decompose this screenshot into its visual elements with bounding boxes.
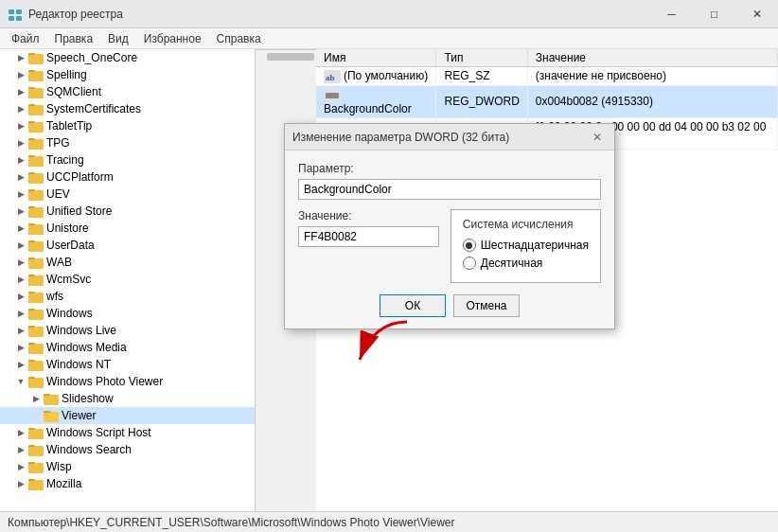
- tree-expand-icon: ▶: [15, 342, 27, 353]
- cancel-button[interactable]: Отмена: [453, 294, 520, 317]
- menu-item-вид[interactable]: Вид: [100, 28, 136, 48]
- tree-expand-icon: ▶: [15, 171, 27, 183]
- tree-expand-icon: ▼: [15, 376, 27, 387]
- tree-label: UEV: [46, 187, 70, 201]
- svg-text:ab: ab: [326, 73, 335, 82]
- tree-label: UserData: [46, 239, 95, 252]
- svg-rect-63: [28, 379, 44, 387]
- tree-item[interactable]: Viewer: [0, 407, 255, 424]
- menu-bar: ФайлПравкаВидИзбранноеСправка: [0, 28, 778, 49]
- ok-button[interactable]: ОК: [380, 294, 446, 317]
- tree-item[interactable]: ▶ Unified Store: [0, 203, 255, 220]
- dialog-close-button[interactable]: ✕: [588, 128, 607, 147]
- tree-expand-icon: ▶: [15, 137, 27, 149]
- tree-item[interactable]: ▶ Windows Search: [0, 441, 255, 458]
- decimal-radio[interactable]: Десятичная: [463, 257, 589, 270]
- tree-item[interactable]: ▶ Windows Script Host: [0, 424, 255, 441]
- folder-icon: [28, 51, 44, 64]
- table-row[interactable]: ab(По умолчанию) REG_SZ (значение не при…: [316, 67, 778, 86]
- svg-rect-48: [28, 293, 44, 302]
- svg-rect-21: [28, 140, 44, 149]
- svg-rect-81: [28, 481, 44, 489]
- tree-item[interactable]: ▶ TabletTip: [0, 117, 255, 134]
- tree-label: UCCPlatform: [46, 170, 114, 184]
- status-path: Компьютер\HKEY_CURRENT_USER\Software\Mic…: [8, 516, 454, 529]
- tree-item[interactable]: ▶ UCCPlatform: [0, 168, 255, 186]
- tree-item[interactable]: ▶ Windows Live: [0, 322, 255, 339]
- tree-item[interactable]: ▶ Tracing: [0, 151, 255, 168]
- tree-item[interactable]: ▶ Mozilla: [0, 475, 255, 492]
- maximize-button[interactable]: □: [693, 0, 735, 28]
- svg-rect-2: [9, 16, 14, 21]
- h-scrollbar-thumb[interactable]: [267, 53, 314, 61]
- row-value: 0x004b0082 (4915330): [527, 85, 777, 117]
- edit-dword-dialog: Изменение параметра DWORD (32 бита) ✕ Па…: [284, 123, 615, 329]
- dialog-buttons: ОК Отмена: [298, 294, 601, 317]
- folder-icon: [28, 187, 44, 201]
- menu-item-файл[interactable]: Файл: [4, 28, 47, 48]
- tree-expand-icon: ▶: [15, 274, 27, 285]
- tree-item[interactable]: ▶ UserData: [0, 237, 255, 254]
- decimal-radio-dot: [463, 257, 476, 270]
- row-name: BackgroundColor: [316, 85, 436, 117]
- folder-icon: [28, 290, 44, 303]
- dialog-title: Изменение параметра DWORD (32 бита): [292, 131, 509, 144]
- hex-radio-label: Шестнадцатеричная: [481, 239, 589, 252]
- row-value: (значение не присвоено): [527, 67, 777, 86]
- tree-label: Windows Media: [46, 341, 127, 354]
- tree-item[interactable]: ▶ Speech_OneCore: [0, 49, 255, 66]
- tree-item[interactable]: ▶ Windows NT: [0, 356, 255, 373]
- tree-item[interactable]: ▶ Windows Media: [0, 339, 255, 356]
- tree-item[interactable]: ▶ Unistore: [0, 220, 255, 237]
- folder-icon: [28, 358, 44, 371]
- svg-rect-6: [28, 55, 44, 63]
- tree-label: Windows NT: [46, 358, 111, 371]
- tree-item[interactable]: ▶ Wisp: [0, 458, 255, 475]
- parameter-label: Параметр:: [298, 162, 601, 175]
- tree-label: Windows Live: [46, 324, 116, 337]
- tree-label: Unified Store: [46, 204, 112, 218]
- tree-expand-icon: ▶: [15, 239, 27, 251]
- tree-item[interactable]: ▶ wfs: [0, 288, 255, 305]
- parameter-input[interactable]: [298, 179, 601, 200]
- menu-item-избранное[interactable]: Избранное: [136, 28, 209, 48]
- menu-item-правка[interactable]: Правка: [47, 28, 101, 48]
- tree-item[interactable]: ▼ Windows Photo Viewer: [0, 373, 255, 390]
- folder-icon: [28, 426, 44, 439]
- tree-item[interactable]: ▶ TPG: [0, 134, 255, 151]
- tree-item[interactable]: ▶ Windows: [0, 305, 255, 322]
- tree-label: Tracing: [46, 153, 84, 167]
- tree-label: Viewer: [62, 409, 96, 422]
- tree-label: Mozilla: [46, 477, 81, 490]
- tree-item[interactable]: ▶ WcmSvc: [0, 271, 255, 288]
- tree-expand-icon: [30, 410, 42, 421]
- tree-label: SQMClient: [46, 85, 101, 98]
- table-row[interactable]: BackgroundColor REG_DWORD 0x004b0082 (49…: [316, 85, 778, 117]
- folder-icon: [28, 136, 44, 150]
- tree-label: TabletTip: [46, 119, 92, 133]
- tree-panel[interactable]: ▶ Speech_OneCore ▶ Spelling ▶ SQMClient …: [0, 49, 256, 511]
- tree-expand-icon: ▶: [15, 69, 27, 80]
- value-input[interactable]: [298, 226, 439, 247]
- close-button[interactable]: ✕: [735, 0, 778, 28]
- row-type: REG_DWORD: [436, 85, 527, 117]
- menu-item-справка[interactable]: Справка: [209, 28, 269, 48]
- tree-item[interactable]: ▶ Slideshow: [0, 390, 255, 407]
- tree-label: TPG: [46, 136, 70, 150]
- hex-radio[interactable]: Шестнадцатеричная: [463, 239, 589, 252]
- tree-item[interactable]: ▶ Spelling: [0, 66, 255, 83]
- svg-rect-66: [44, 396, 59, 404]
- number-system-group: Система исчисления Шестнадцатеричная Дес…: [451, 209, 601, 283]
- tree-item[interactable]: ▶ UEV: [0, 186, 255, 203]
- minimize-button[interactable]: ─: [650, 0, 693, 28]
- status-bar: Компьютер\HKEY_CURRENT_USER\Software\Mic…: [0, 511, 778, 532]
- tree-label: Speech_OneCore: [46, 51, 137, 64]
- tree-expand-icon: ▶: [15, 188, 27, 200]
- folder-icon: [28, 477, 44, 490]
- tree-item[interactable]: ▶ SQMClient: [0, 83, 255, 100]
- tree-label: Windows Script Host: [46, 426, 151, 439]
- tree-item[interactable]: ▶ SystemCertificates: [0, 100, 255, 117]
- tree-item[interactable]: ▶ WAB: [0, 254, 255, 271]
- svg-rect-60: [28, 362, 44, 370]
- title-bar-left: Редактор реестра: [8, 7, 123, 22]
